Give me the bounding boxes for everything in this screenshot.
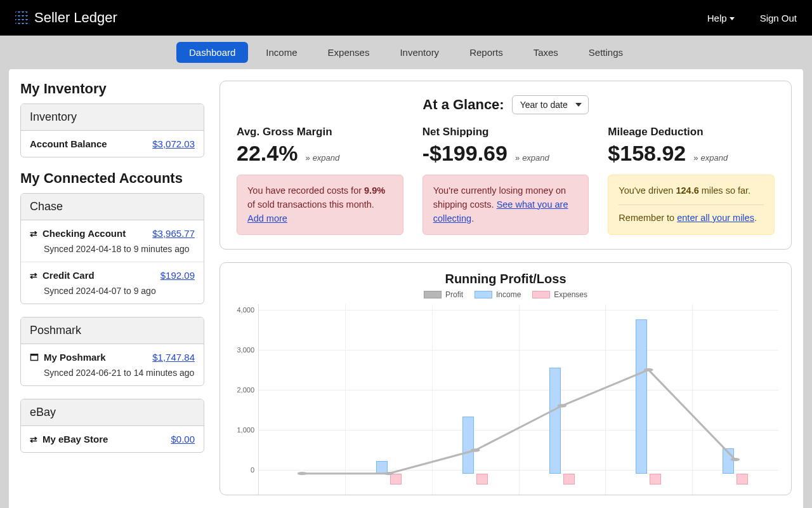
shipping-alert: You're currently losing money on shippin… <box>422 175 589 235</box>
account-balance-link[interactable]: $3,072.03 <box>152 138 195 149</box>
bar-income <box>462 417 474 474</box>
transfer-icon: ⇄ <box>30 434 37 444</box>
bar-income <box>723 448 734 474</box>
mileage-label: Mileage Deduction <box>608 126 775 138</box>
svg-point-0 <box>298 472 307 475</box>
inventory-card-header: Inventory <box>21 104 204 131</box>
poshmark-card: Poshmark 🗔 My Poshmark $1,747.84 Synced … <box>20 317 204 386</box>
profit-loss-chart: Running Profit/Loss Profit Income Expens… <box>219 262 792 495</box>
legend-swatch-profit <box>424 291 442 298</box>
shipping-value: -$199.69 <box>422 141 508 166</box>
cost-alert: You have recorded costs for 9.9% of sold… <box>237 175 403 235</box>
credit-sync-status: Synced 2024-04-07 to 9 ago <box>44 286 195 296</box>
sidebar: My Inventory Inventory Account Balance $… <box>20 81 204 465</box>
shipping-expand[interactable]: expand <box>515 153 549 163</box>
bar-income <box>549 368 561 474</box>
nav-inventory[interactable]: Inventory <box>387 42 452 63</box>
margin-expand[interactable]: expand <box>305 153 339 163</box>
nav-income[interactable]: Income <box>253 42 310 63</box>
main-content: At a Glance: Year to date Avg. Gross Mar… <box>219 81 792 495</box>
help-menu[interactable]: Help <box>707 13 735 23</box>
stat-mileage: Mileage Deduction $158.92 expand You've … <box>608 126 775 235</box>
y-axis: 4,000 3,000 2,000 1,000 0 <box>233 304 258 495</box>
bar-expense <box>650 474 661 485</box>
topbar: Seller Ledger Help Sign Out <box>0 0 812 36</box>
chart-title: Running Profit/Loss <box>233 272 778 286</box>
legend-swatch-expenses <box>532 291 550 298</box>
brand: Seller Ledger <box>15 10 117 26</box>
credit-label: Credit Card <box>43 270 95 281</box>
mileage-expand[interactable]: expand <box>693 153 728 163</box>
chase-header: Chase <box>21 194 204 220</box>
mileage-alert: You've driven 124.6 miles so far. Rememb… <box>608 175 775 235</box>
ebay-header: eBay <box>21 399 204 426</box>
margin-label: Avg. Gross Margin <box>237 126 403 138</box>
nav-expenses[interactable]: Expenses <box>315 42 383 63</box>
bar-expense <box>390 474 402 485</box>
connected-accounts-heading: My Connected Accounts <box>20 170 204 187</box>
nav-settings[interactable]: Settings <box>576 42 636 63</box>
nav-dashboard[interactable]: Dashboard <box>176 42 248 63</box>
at-a-glance-panel: At a Glance: Year to date Avg. Gross Mar… <box>219 81 792 250</box>
credit-amount-link[interactable]: $192.09 <box>160 270 195 281</box>
legend-swatch-income <box>475 291 492 298</box>
main-nav: Dashboard Income Expenses Inventory Repo… <box>0 36 812 69</box>
brand-icon <box>15 11 28 24</box>
poshmark-label: My Poshmark <box>44 352 106 363</box>
chart-legend: Profit Income Expenses <box>233 290 778 299</box>
mileage-value: $158.92 <box>608 141 686 166</box>
transfer-icon: ⇄ <box>30 271 37 281</box>
period-select[interactable]: Year to date <box>512 95 589 114</box>
poshmark-header: Poshmark <box>21 318 204 344</box>
bar-expense <box>476 474 488 485</box>
inventory-card: Inventory Account Balance $3,072.03 <box>20 104 204 157</box>
stat-gross-margin: Avg. Gross Margin 22.4% expand You have … <box>237 126 403 235</box>
brand-text: Seller Ledger <box>34 10 117 26</box>
checking-label: Checking Account <box>43 228 126 239</box>
chevron-down-icon <box>730 17 735 20</box>
nav-taxes[interactable]: Taxes <box>521 42 571 63</box>
bar-income <box>376 461 388 474</box>
ebay-label: My eBay Store <box>43 434 108 444</box>
sign-out-link[interactable]: Sign Out <box>760 13 797 23</box>
ebay-card: eBay ⇄ My eBay Store $0.00 <box>20 399 204 453</box>
add-more-link[interactable]: Add more <box>247 213 287 224</box>
checking-sync-status: Synced 2024-04-18 to 9 minutes ago <box>44 244 195 254</box>
store-icon: 🗔 <box>30 352 39 363</box>
shipping-label: Net Shipping <box>422 126 589 138</box>
poshmark-amount-link[interactable]: $1,747.84 <box>152 352 195 363</box>
bar-expense <box>563 474 575 485</box>
inventory-heading: My Inventory <box>20 81 204 97</box>
transfer-icon: ⇄ <box>30 229 37 239</box>
nav-reports[interactable]: Reports <box>457 42 516 63</box>
bar-income <box>636 319 647 474</box>
margin-value: 22.4% <box>237 141 298 166</box>
stat-net-shipping: Net Shipping -$199.69 expand You're curr… <box>422 126 589 235</box>
poshmark-sync-status: Synced 2024-06-21 to 14 minutes ago <box>44 368 195 378</box>
ebay-amount-link[interactable]: $0.00 <box>171 434 195 444</box>
chart-plot-area <box>258 304 778 495</box>
chase-card: Chase ⇄ Checking Account $3,965.77 Synce… <box>20 193 204 304</box>
bar-expense <box>737 474 748 485</box>
checking-amount-link[interactable]: $3,965.77 <box>152 228 195 239</box>
enter-miles-link[interactable]: enter all your miles <box>677 213 754 223</box>
glance-title: At a Glance: <box>422 97 504 113</box>
account-balance-label: Account Balance <box>30 138 107 149</box>
